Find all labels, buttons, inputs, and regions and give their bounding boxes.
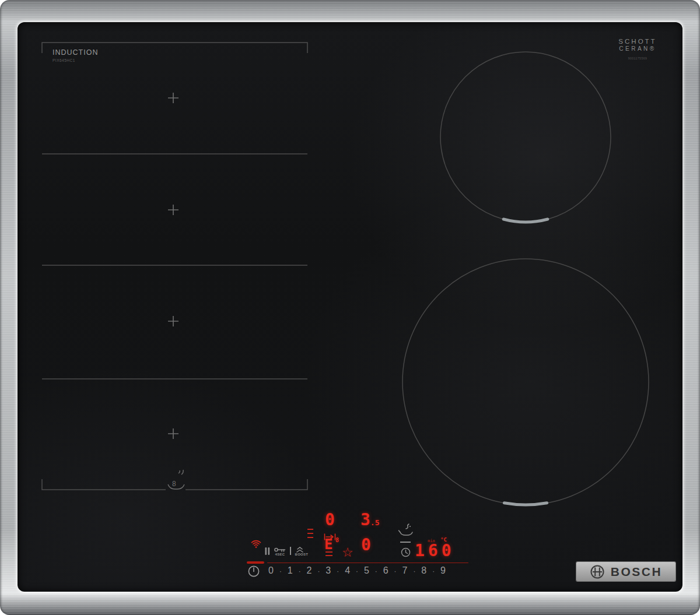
level-separator-dot: · — [337, 567, 339, 575]
boost-key[interactable]: BOOST — [295, 547, 309, 556]
timer-clock-key[interactable] — [401, 547, 411, 557]
key-icon — [274, 547, 286, 553]
model-code: PIX645HC1 — [52, 58, 75, 62]
schott-ceran-logo: SCHOTT CERAN® 9001175569 — [610, 37, 666, 60]
flex-zone-bottom-bracket-left — [42, 479, 166, 490]
power-kw-display: 3.5 — [360, 512, 380, 528]
schott-line2: CERAN® — [610, 45, 666, 53]
flex-zone-level-display: 0 — [325, 512, 335, 528]
bosch-badge: BOSCH — [576, 562, 676, 581]
flex-letter-display: E — [324, 537, 332, 551]
power-icon — [249, 566, 258, 576]
sensor-waves-icon — [178, 470, 183, 475]
schott-line1: SCHOTT — [610, 37, 666, 45]
function-keys-group: 4SEC BOOST — [265, 547, 308, 556]
active-select-line — [247, 561, 264, 564]
cooking-zone-bottom-marker — [504, 503, 547, 505]
pause-key[interactable] — [265, 547, 270, 556]
bosch-anchor-logo-icon — [590, 564, 605, 579]
power-level-key-2[interactable]: 2 — [307, 565, 312, 576]
power-button[interactable] — [247, 565, 260, 578]
plus-mark-icon — [168, 205, 178, 215]
cooking-zone-bottom-ring — [402, 259, 649, 505]
frying-sensor-zone-icon: 8 — [168, 470, 184, 489]
flex-zone-outline — [42, 43, 307, 490]
plus-mark-icon — [168, 316, 178, 326]
power-display-main: 3 — [360, 510, 370, 529]
cooking-zone-top-ring — [440, 52, 611, 222]
sensor-digit: 8 — [172, 480, 176, 488]
power-level-key-0[interactable]: 0 — [268, 565, 274, 576]
right-zone-level-display: 0 — [361, 537, 371, 553]
flex-digit-display: 8 — [335, 537, 339, 543]
flex-zone-bottom-bracket-right — [186, 479, 307, 490]
power-level-key-5[interactable]: 5 — [364, 565, 369, 576]
pause-icon — [265, 547, 270, 555]
schott-code: 9001175569 — [610, 57, 666, 60]
plus-mark-icon — [168, 93, 178, 103]
childlock-label: 4SEC — [274, 553, 286, 556]
power-level-key-7[interactable]: 7 — [402, 565, 407, 576]
sensor-separator-line — [400, 542, 411, 543]
key-divider — [290, 547, 291, 555]
wifi-icon — [251, 541, 260, 548]
power-level-key-9[interactable]: 9 — [440, 565, 446, 576]
plus-mark-icon — [168, 428, 178, 439]
power-level-key-4[interactable]: 4 — [345, 565, 350, 576]
power-level-key-3[interactable]: 3 — [326, 565, 331, 576]
sensor-pan-icon — [168, 484, 184, 489]
induction-label: INDUCTION — [52, 48, 98, 57]
frying-sensor-icon — [398, 523, 414, 537]
level-separator-dot: · — [279, 567, 282, 575]
childlock-key[interactable]: 4SEC — [274, 547, 286, 556]
power-level-key-6[interactable]: 6 — [383, 565, 388, 576]
cooking-zone-top-marker — [503, 219, 548, 222]
favourite-star-key[interactable]: ☆ — [342, 546, 354, 559]
power-level-key-8[interactable]: 8 — [421, 565, 426, 576]
power-level-slider[interactable]: 0·1·2·3·4·5·6·7·8·9 — [268, 565, 446, 576]
boost-icon — [295, 547, 304, 553]
level-separator-dot: · — [432, 567, 435, 575]
flex-zone-indicator-bars-icon — [307, 528, 314, 540]
round-zones — [402, 52, 649, 505]
level-separator-dot: · — [394, 567, 396, 575]
power-level-key-1[interactable]: 1 — [288, 565, 293, 576]
power-slider-line — [267, 563, 468, 564]
power-display-sub: .5 — [370, 518, 380, 527]
level-separator-dot: · — [356, 567, 358, 575]
level-separator-dot: · — [413, 567, 415, 575]
cooktop-product-image: 8 INDUCTION PIX645HC1 SCHOTT CERAN® 9001… — [0, 0, 700, 615]
level-separator-dot: · — [317, 567, 320, 575]
level-separator-dot: · — [375, 567, 377, 575]
temperature-display: 160 — [415, 543, 455, 559]
boost-label: BOOST — [295, 553, 309, 556]
home-connect-wifi-key[interactable] — [250, 539, 262, 549]
level-separator-dot: · — [298, 567, 300, 575]
flex-animation-bars-icon — [325, 551, 333, 557]
cooking-zones-graphics: 8 — [0, 0, 700, 615]
flex-zone-plus-marks — [168, 93, 178, 439]
bosch-logo-text: BOSCH — [611, 565, 662, 579]
clock-icon — [402, 549, 410, 557]
